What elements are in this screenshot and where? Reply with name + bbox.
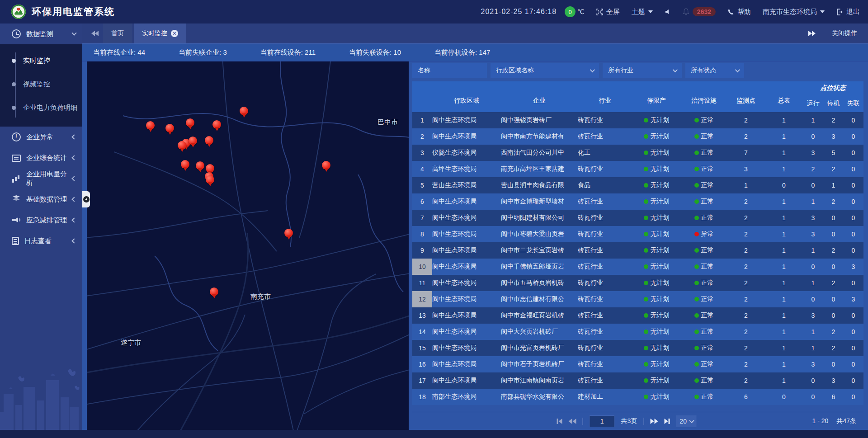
range-label: 1 - 20 bbox=[812, 417, 829, 425]
sidebar-item-6[interactable]: 应急减排管理 bbox=[0, 210, 82, 231]
production-status-label: 无计划 bbox=[651, 328, 670, 336]
notifications[interactable]: 2632 bbox=[683, 7, 716, 16]
map-pin-icon[interactable] bbox=[284, 229, 293, 240]
table-row[interactable]: 2阆中生态环境局阆中市南方节能建材有砖瓦行业无计划正常21030 bbox=[412, 128, 863, 145]
table-row[interactable]: 11阆中生态环境局阆中市五马桥页岩机砖砖瓦行业无计划正常21120 bbox=[412, 275, 863, 291]
sidebar-item-1[interactable]: 数据监测 bbox=[0, 24, 82, 44]
table-row[interactable]: 6阆中生态环境局阆中市金博瑞新型墙材砖瓦行业无计划正常21120 bbox=[412, 193, 863, 210]
row-index: 6 bbox=[412, 193, 432, 210]
sidebar-item-3[interactable]: 企业综合统计 bbox=[0, 147, 82, 168]
name-search-input[interactable]: 名称 bbox=[412, 63, 487, 78]
facility-status-label: 正常 bbox=[701, 393, 714, 401]
page-number-input[interactable] bbox=[590, 415, 615, 427]
sidebar-subitem-3[interactable]: 企业电力负荷明细 bbox=[0, 96, 82, 119]
last-page-button[interactable] bbox=[664, 419, 670, 424]
map-pin-icon[interactable] bbox=[196, 161, 205, 173]
content-area: 首页实时监控✕ 关闭操作 当前在线企业44当前失联企业3当前在线设备211当前失… bbox=[82, 24, 868, 430]
cell-facility-status: 正常 bbox=[681, 263, 727, 271]
chevron-left-icon bbox=[71, 155, 76, 160]
table-row[interactable]: 13阆中生态环境局阆中市金福旺页岩机砖砖瓦行业无计划正常21300 bbox=[412, 307, 863, 324]
industry-select[interactable]: 所有行业 bbox=[603, 63, 682, 78]
map-pin-icon[interactable] bbox=[205, 136, 214, 148]
cell-run-count: 3 bbox=[803, 312, 823, 319]
tab-bar: 首页实时监控✕ 关闭操作 bbox=[82, 24, 868, 44]
map-pin-icon[interactable] bbox=[322, 161, 331, 173]
collapse-left-icon bbox=[83, 196, 90, 203]
tab-实时监控[interactable]: 实时监控✕ bbox=[134, 24, 186, 43]
theme-dropdown[interactable]: 主题 bbox=[632, 8, 653, 16]
table-row[interactable]: 18南部生态环境局南部县砚华水泥有限公建材加工无计划正常60060 bbox=[412, 389, 863, 405]
header-meter: 总表 bbox=[765, 81, 803, 112]
tabs-scroll-right-button[interactable] bbox=[804, 31, 820, 36]
org-dropdown[interactable]: 南充市生态环境局 bbox=[763, 8, 825, 16]
status-dot-icon bbox=[694, 248, 699, 253]
temperature-unit: ℃ bbox=[577, 8, 585, 15]
table-row[interactable]: 16阆中生态环境局阆中市石子页岩机砖厂砖瓦行业无计划正常21300 bbox=[412, 356, 863, 372]
cell-region: 阆中生态环境局 bbox=[432, 360, 501, 368]
sidebar-item-7[interactable]: 日志查看 bbox=[0, 231, 82, 251]
map-pin-icon[interactable] bbox=[206, 175, 215, 187]
table-row[interactable]: 17阆中生态环境局阆中市江南镇阆南页岩砖瓦行业无计划正常21030 bbox=[412, 372, 863, 389]
header-stop: 停机 bbox=[823, 95, 844, 112]
map-pin-icon[interactable] bbox=[189, 137, 198, 148]
table-row[interactable]: 7阆中生态环境局阆中明阳建材有限公司砖瓦行业无计划正常21300 bbox=[412, 210, 863, 226]
sidebar-subitem-2[interactable]: 视频监控 bbox=[0, 72, 82, 96]
table-row[interactable]: 5营山生态环境局营山县润丰肉食品有限食品无计划正常10010 bbox=[412, 177, 863, 193]
cell-run-count: 1 bbox=[803, 344, 823, 352]
status-dot-icon bbox=[644, 232, 648, 236]
sidebar-item-4[interactable]: 企业用电量分析 bbox=[0, 168, 82, 189]
chevron-left-icon bbox=[71, 197, 76, 202]
tab-首页[interactable]: 首页 bbox=[103, 24, 132, 43]
previous-page-button[interactable] bbox=[569, 419, 576, 424]
cell-region: 南部生态环境局 bbox=[432, 393, 501, 401]
map-pin-icon[interactable] bbox=[240, 107, 249, 118]
map-pin-icon[interactable] bbox=[186, 118, 195, 130]
table-row[interactable]: 14阆中生态环境局阆中大兴页岩机砖厂砖瓦行业无计划正常21120 bbox=[412, 324, 863, 340]
table-row[interactable]: 8阆中生态环境局阆中市枣碧大梁山页岩砖瓦行业无计划异常21300 bbox=[412, 226, 863, 242]
tabs-scroll-left-button[interactable] bbox=[87, 24, 103, 43]
region-select[interactable]: 行政区域名称 bbox=[491, 63, 599, 78]
next-page-button[interactable] bbox=[650, 419, 658, 424]
help-button[interactable]: 帮助 bbox=[727, 8, 751, 16]
mute-button[interactable] bbox=[665, 9, 671, 15]
cell-lost-count: 0 bbox=[844, 165, 863, 173]
stat-value: 211 bbox=[305, 48, 316, 56]
first-page-button[interactable] bbox=[557, 419, 562, 424]
chevron-down-icon bbox=[735, 67, 740, 72]
page-size-select[interactable]: 20 bbox=[676, 415, 697, 427]
sidebar-item-2[interactable]: 企业异常 bbox=[0, 127, 82, 147]
exit-icon bbox=[836, 9, 843, 15]
table-row[interactable]: 3仪陇生态环境局西南油气田分公司川中化工无计划正常71350 bbox=[412, 145, 863, 161]
logout-button[interactable]: 退出 bbox=[836, 8, 860, 16]
cell-production-status: 无计划 bbox=[632, 132, 681, 141]
cell-stop-count: 6 bbox=[823, 393, 844, 400]
close-operations-menu[interactable]: 关闭操作 bbox=[832, 29, 857, 38]
close-icon[interactable]: ✕ bbox=[171, 30, 178, 37]
map-pin-icon[interactable] bbox=[181, 160, 190, 172]
sidebar-item-5[interactable]: 基础数据管理 bbox=[0, 189, 82, 210]
production-status-label: 无计划 bbox=[651, 165, 670, 173]
sidebar-collapse-button[interactable] bbox=[82, 191, 90, 207]
map-pin-icon[interactable] bbox=[146, 121, 155, 133]
cell-meter-count: 1 bbox=[765, 377, 803, 384]
table-row[interactable]: 9阆中生态环境局阆中市二龙长宝页岩砖砖瓦行业无计划正常21120 bbox=[412, 242, 863, 259]
sidebar-subitem-1[interactable]: 实时监控 bbox=[0, 49, 82, 72]
header-index bbox=[412, 81, 432, 112]
table-row[interactable]: 4高坪生态环境局南充市高坪区王家店建砖瓦行业无计划正常31220 bbox=[412, 161, 863, 177]
map-pin-icon[interactable] bbox=[178, 141, 187, 153]
cell-meter-count: 0 bbox=[765, 393, 803, 400]
table-row[interactable]: 10阆中生态环境局阆中千佛镇五郎垭页岩砖瓦行业无计划正常21003 bbox=[412, 259, 863, 275]
fullscreen-button[interactable]: 全屏 bbox=[596, 8, 620, 16]
map-panel[interactable]: 巴中市南充市遂宁市 bbox=[87, 61, 409, 430]
table-row[interactable]: 1阆中生态环境局阆中强锐页岩砖厂砖瓦行业无计划正常21120 bbox=[412, 112, 863, 128]
bullet-icon bbox=[12, 106, 16, 110]
table-row[interactable]: 15阆中生态环境局阆中市光富页岩机砖厂砖瓦行业无计划正常21120 bbox=[412, 340, 863, 356]
table-row[interactable]: 12阆中生态环境局阆中市忠信建材有限公砖瓦行业无计划正常21003 bbox=[412, 291, 863, 307]
cell-production-status: 无计划 bbox=[632, 377, 681, 385]
map-pin-icon[interactable] bbox=[210, 287, 219, 299]
cell-production-status: 无计划 bbox=[632, 295, 681, 303]
map-pin-icon[interactable] bbox=[165, 124, 175, 136]
map-pin-icon[interactable] bbox=[212, 120, 222, 132]
stat-item: 当前停机设备147 bbox=[434, 48, 490, 57]
status-select[interactable]: 所有状态 bbox=[685, 63, 744, 78]
